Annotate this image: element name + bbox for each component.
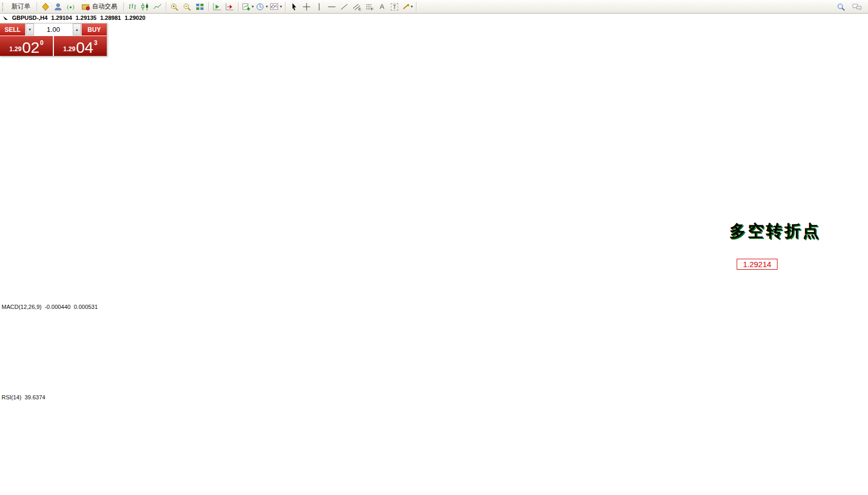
macd-main-value: -0.000440: [44, 304, 71, 310]
sell-price-display[interactable]: 1.29 02 0: [0, 36, 54, 56]
zoom-out-icon[interactable]: [181, 2, 194, 12]
sell-price-pip: 0: [40, 39, 44, 47]
tile-windows-icon[interactable]: [194, 2, 206, 12]
buy-price-pip: 3: [94, 39, 98, 47]
chevron-down-icon: ▾: [266, 4, 268, 9]
buy-price-base: 1.29: [63, 45, 75, 53]
signals-icon[interactable]: [64, 2, 77, 12]
indicators-button[interactable]: ▾: [269, 2, 283, 12]
volume-input[interactable]: [34, 25, 73, 34]
toolbar-separator: [37, 2, 37, 11]
toolbar-separator: [285, 2, 286, 11]
chat-icon[interactable]: [851, 2, 863, 12]
symbol-close: 1.29020: [125, 15, 145, 21]
symbol-icon: [3, 16, 8, 20]
annotation-text: 多空转折点: [729, 220, 821, 242]
new-chart-icon: [242, 3, 251, 11]
autotrading-label: 自动交易: [92, 2, 117, 11]
indicators-icon: [270, 3, 279, 11]
line-chart-icon[interactable]: [151, 2, 164, 12]
search-icon[interactable]: [835, 2, 848, 12]
buy-button[interactable]: BUY: [82, 24, 107, 36]
toolbar-grip: [2, 3, 6, 11]
toolbar-separator: [416, 2, 416, 11]
buy-price-display[interactable]: 1.29 04 3: [54, 36, 107, 56]
horizontal-line-icon[interactable]: [325, 2, 338, 12]
volume-decrease-button[interactable]: ▼: [26, 24, 34, 36]
label-glyph: T: [391, 3, 399, 10]
macd-label: MACD(12,26,9) -0.000440 0.000531: [2, 304, 98, 310]
text-icon[interactable]: A: [376, 2, 388, 12]
toolbar-separator: [123, 2, 124, 11]
macd-signal-value: 0.000531: [74, 304, 98, 310]
toolbar-separator: [208, 2, 209, 11]
symbol-info: GBPUSD-,H4 1.29104 1.29135 1.28981 1.290…: [3, 15, 145, 21]
profiles-button[interactable]: ▾: [255, 2, 269, 12]
trendline-icon[interactable]: [338, 2, 351, 12]
chevron-down-icon: ▾: [252, 4, 254, 9]
chart-canvas[interactable]: [0, 0, 868, 495]
sell-price-main: 02: [22, 40, 39, 55]
toolbar-separator: [166, 2, 166, 11]
toolbar-separator: [238, 2, 239, 11]
macd-name: MACD(12,26,9): [2, 304, 41, 310]
symbol-low: 1.28981: [100, 15, 121, 21]
volume-control: ▼ ▲: [25, 24, 82, 36]
symbol-open: 1.29104: [51, 15, 72, 21]
one-click-trading-panel: SELL ▼ ▲ BUY 1.29 02 0 1.29 04 3: [0, 23, 107, 56]
buy-price-main: 04: [76, 40, 93, 55]
autotrading-button[interactable]: 自动交易: [77, 2, 121, 12]
rsi-value: 39.6374: [25, 394, 46, 400]
arrows-button[interactable]: ▾: [401, 2, 414, 12]
community-icon[interactable]: [52, 2, 64, 12]
text-label-icon[interactable]: T: [388, 2, 401, 12]
vertical-line-icon[interactable]: [313, 2, 325, 12]
sell-button[interactable]: SELL: [0, 24, 25, 36]
autotrading-icon: [81, 3, 91, 11]
rsi-name: RSI(14): [2, 394, 21, 400]
arrow-shape-icon: [402, 3, 410, 11]
candlestick-chart-icon[interactable]: [139, 2, 151, 12]
cursor-icon[interactable]: [288, 2, 300, 12]
equidistant-channel-icon[interactable]: E: [351, 2, 363, 12]
chevron-down-icon: ▾: [280, 4, 282, 9]
crosshair-icon[interactable]: [300, 2, 313, 12]
rsi-label: RSI(14) 39.6374: [2, 394, 46, 400]
symbol-high: 1.29135: [76, 15, 97, 21]
bar-chart-icon[interactable]: [126, 2, 139, 12]
chevron-down-icon: ▾: [411, 4, 413, 9]
fibonacci-glyph: F: [371, 7, 374, 11]
auto-scroll-icon[interactable]: [211, 2, 223, 12]
profiles-icon: [256, 3, 265, 11]
metaeditor-icon[interactable]: [39, 2, 52, 12]
sell-price-base: 1.29: [9, 45, 21, 53]
chart-shift-icon[interactable]: [223, 2, 236, 12]
channel-glyph: E: [358, 7, 361, 11]
toolbar: 新订单 自动交易 ▾ ▾: [0, 0, 868, 14]
symbol-title: GBPUSD-,H4: [12, 15, 48, 21]
volume-increase-button[interactable]: ▲: [73, 24, 81, 36]
new-order-button[interactable]: 新订单: [7, 2, 35, 12]
price-callout-box[interactable]: 1.29214: [737, 259, 777, 270]
new-chart-button[interactable]: ▾: [241, 2, 255, 12]
fibonacci-icon[interactable]: F: [363, 2, 376, 12]
zoom-in-icon[interactable]: [168, 2, 181, 12]
